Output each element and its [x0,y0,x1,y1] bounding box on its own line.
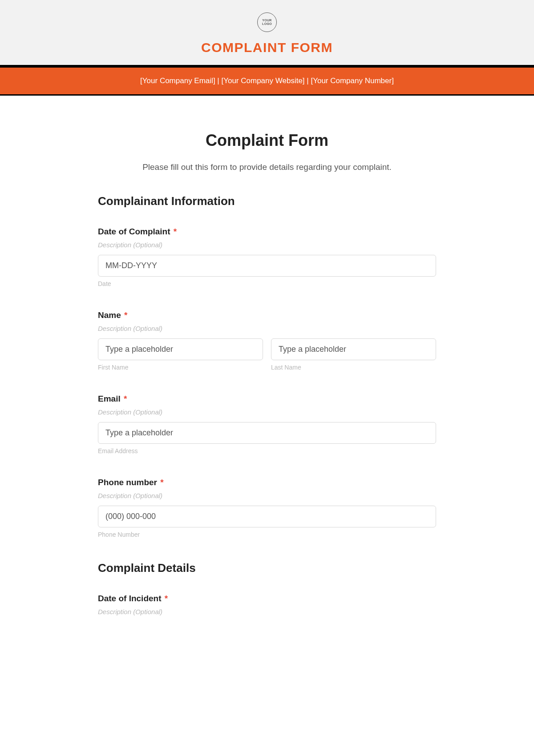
desc-date-incident: Description (Optional) [98,608,436,615]
logo-text: YOUR LOGO [262,19,272,25]
sublabel-email: Email Address [98,447,436,454]
label-date-incident: Date of Incident * [98,594,436,603]
page-title: Complaint Form [98,131,436,150]
contact-bar: [Your Company Email] | [Your Company Web… [0,66,534,96]
input-email[interactable] [98,422,436,444]
desc-email: Description (Optional) [98,408,436,416]
required-marker: * [124,394,127,403]
required-marker: * [165,594,168,603]
label-phone: Phone number * [98,478,436,487]
top-banner: YOUR LOGO COMPLAINT FORM [0,0,534,66]
form-content: Complaint Form Please fill out this form… [85,96,449,639]
required-marker: * [124,310,127,320]
label-name: Name * [98,310,436,320]
label-name-text: Name [98,310,121,320]
field-name: Name * Description (Optional) First Name… [98,310,436,371]
field-phone: Phone number * Description (Optional) Ph… [98,478,436,538]
desc-phone: Description (Optional) [98,492,436,499]
sublabel-phone: Phone Number [98,531,436,538]
label-date-incident-text: Date of Incident [98,594,162,603]
contact-bar-text: [Your Company Email] | [Your Company Web… [140,76,394,85]
input-phone[interactable] [98,506,436,527]
field-date-complaint: Date of Complaint * Description (Optiona… [98,227,436,287]
sublabel-last-name: Last Name [271,364,436,371]
logo-placeholder: YOUR LOGO [257,12,277,32]
section-details-heading: Complaint Details [98,561,436,575]
label-date-complaint: Date of Complaint * [98,227,436,237]
sublabel-date-complaint: Date [98,280,436,287]
desc-date-complaint: Description (Optional) [98,241,436,249]
field-email: Email * Description (Optional) Email Add… [98,394,436,454]
label-email: Email * [98,394,436,404]
label-phone-text: Phone number [98,478,157,487]
banner-title: COMPLAINT FORM [0,40,534,55]
field-date-incident: Date of Incident * Description (Optional… [98,594,436,615]
desc-name: Description (Optional) [98,325,436,332]
input-date-complaint[interactable] [98,255,436,277]
label-date-complaint-text: Date of Complaint [98,227,170,236]
input-last-name[interactable] [271,338,436,360]
label-email-text: Email [98,394,121,403]
section-complainant-heading: Complainant Information [98,194,436,208]
required-marker: * [160,478,163,487]
input-first-name[interactable] [98,338,263,360]
required-marker: * [174,227,177,236]
sublabel-first-name: First Name [98,364,263,371]
page-subtitle: Please fill out this form to provide det… [98,162,436,172]
